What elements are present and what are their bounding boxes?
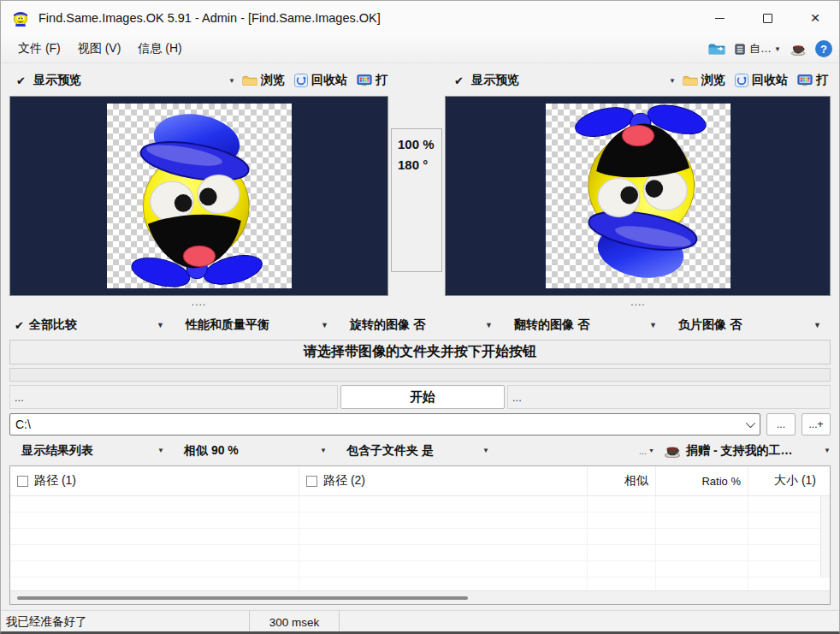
- compare-options-row: ✔ 全部比较 ▼ 性能和质量平衡 ▼ 旋转的图像 否 ▼ 翻转的图像 否 ▼ 负…: [1, 313, 839, 340]
- chevron-down-icon: [746, 418, 755, 428]
- table-row: [10, 513, 830, 529]
- more-options-dropdown[interactable]: ... ▼: [639, 446, 654, 456]
- add-folder-button[interactable]: ...+: [802, 413, 831, 436]
- minimize-button[interactable]: [695, 1, 743, 35]
- right-preview-toolbar: ✔ 显示预览 ▼ 浏览 回收站 打: [447, 68, 831, 92]
- table-row: [10, 529, 830, 545]
- maximize-icon: [763, 14, 772, 23]
- scrollbar-thumb[interactable]: [17, 596, 468, 600]
- table-body: [10, 496, 830, 590]
- header-ratio[interactable]: Ratio %: [656, 466, 748, 495]
- app-window: Find.Same.Images.OK 5.91 - Admin - [Find…: [0, 0, 840, 634]
- status-bar: 我已经准备好了 300 msek: [1, 610, 839, 633]
- browse-button-left[interactable]: 浏览: [240, 71, 287, 90]
- check-icon: ✔: [16, 74, 26, 87]
- table-row: [10, 496, 830, 513]
- chevron-down-icon: ▼: [774, 45, 781, 53]
- select-all-checkbox-1[interactable]: [17, 476, 28, 487]
- result-options-row: 显示结果列表 ▼ 相似 90 % ▼ 包含子文件夹 是 ▼ ... ▼ 捐赠 -…: [1, 436, 839, 464]
- chevron-down-icon: ▼: [482, 447, 489, 454]
- right-preview-image: [546, 104, 731, 288]
- header-size[interactable]: 大小 (1): [748, 466, 830, 495]
- table-row: [10, 578, 830, 590]
- header-path1[interactable]: 路径 (1): [10, 466, 299, 495]
- right-path-field: ...: [507, 385, 831, 409]
- menu-bar: 文件 (F) 视图 (V) 信息 (H) 自… ▼ ?: [1, 35, 839, 63]
- zoom-rotation-box: 100 % 180 °: [391, 128, 442, 272]
- check-icon: ✔: [454, 74, 464, 87]
- smiley-image: [107, 104, 292, 288]
- header-similar[interactable]: 相似: [588, 466, 656, 495]
- recycle-bin-button-right[interactable]: 回收站: [732, 71, 790, 90]
- compare-all-dropdown[interactable]: ✔ 全部比较 ▼: [9, 315, 172, 336]
- close-icon: ×: [810, 9, 819, 27]
- left-preview-caption: ....: [9, 296, 388, 313]
- window-controls: ×: [695, 1, 839, 35]
- rotation-value: 180 °: [398, 155, 441, 175]
- similarity-dropdown[interactable]: 相似 90 % ▼: [172, 443, 334, 459]
- left-path-field: ...: [9, 385, 338, 409]
- elapsed-time: 300 msek: [250, 611, 340, 633]
- open-folder-button[interactable]: [708, 42, 725, 56]
- left-preview-toolbar: ✔ 显示预览 ▼ 浏览 回收站 打: [9, 68, 390, 92]
- folder-icon: [683, 74, 698, 87]
- zoom-value: 100 %: [398, 134, 441, 155]
- smiley-image-rotated: [546, 104, 731, 288]
- chevron-down-icon: ▼: [648, 447, 654, 453]
- quality-balance-dropdown[interactable]: 性能和质量平衡 ▼: [174, 315, 336, 336]
- folder-teal-icon: [708, 42, 725, 56]
- monitor-icon: [357, 74, 372, 87]
- flipped-images-dropdown[interactable]: 翻转的图像 否 ▼: [502, 315, 665, 336]
- chevron-down-icon: ▼: [320, 447, 327, 454]
- chevron-down-icon[interactable]: ▼: [669, 77, 676, 85]
- status-message: 请选择带图像的文件夹并按下开始按钮: [9, 340, 831, 364]
- menu-file[interactable]: 文件 (F): [9, 38, 69, 60]
- menu-bar-right: 自… ▼ ?: [708, 40, 832, 57]
- vertical-scrollbar[interactable]: [820, 496, 830, 577]
- open-button-right[interactable]: 打: [795, 71, 831, 90]
- menu-info[interactable]: 信息 (H): [129, 38, 190, 60]
- coffee-icon: [663, 443, 682, 458]
- table-header-row: 路径 (1) 路径 (2) 相似 Ratio % 大小 (1): [10, 466, 830, 496]
- monitor-icon: [797, 74, 813, 87]
- rotated-images-dropdown[interactable]: 旋转的图像 否 ▼: [338, 315, 500, 336]
- menu-view[interactable]: 视图 (V): [69, 38, 130, 60]
- subfolders-dropdown[interactable]: 包含子文件夹 是 ▼: [334, 443, 497, 459]
- results-table: 路径 (1) 路径 (2) 相似 Ratio % 大小 (1): [9, 465, 831, 605]
- folder-combobox[interactable]: C:\: [9, 413, 760, 436]
- check-icon: ✔: [15, 319, 24, 332]
- chevron-down-icon: ▼: [649, 321, 657, 329]
- table-row: [10, 545, 830, 561]
- left-preview-panel[interactable]: [9, 96, 388, 296]
- donate-dropdown[interactable]: 捐赠 - 支持我的工… ▼: [663, 443, 831, 459]
- chevron-down-icon[interactable]: ▼: [228, 77, 235, 85]
- recycle-bin-button-left[interactable]: 回收站: [292, 71, 350, 90]
- list-icon: [734, 43, 747, 56]
- table-row: [10, 561, 830, 578]
- select-all-checkbox-2[interactable]: [306, 476, 317, 487]
- help-button[interactable]: ?: [815, 40, 832, 57]
- open-button-left[interactable]: 打: [354, 71, 390, 90]
- negative-images-dropdown[interactable]: 负片图像 否 ▼: [666, 315, 829, 336]
- maximize-button[interactable]: [743, 1, 791, 35]
- minimize-icon: [715, 18, 725, 19]
- auto-dropdown[interactable]: 自… ▼: [734, 41, 781, 56]
- coffee-button[interactable]: [790, 42, 807, 56]
- preview-caption-row: .... ....: [1, 296, 839, 313]
- show-preview-toggle-right[interactable]: 显示预览: [471, 73, 519, 88]
- show-preview-toggle-left[interactable]: 显示预览: [33, 73, 81, 88]
- left-preview-image: [107, 104, 292, 288]
- close-button[interactable]: ×: [791, 1, 839, 35]
- show-results-dropdown[interactable]: 显示结果列表 ▼: [9, 443, 172, 459]
- app-icon: [11, 9, 30, 27]
- header-path2[interactable]: 路径 (2): [299, 466, 588, 495]
- browse-button-right[interactable]: 浏览: [680, 71, 728, 90]
- recycle-icon: [294, 74, 308, 87]
- chevron-down-icon: ▼: [824, 447, 831, 454]
- horizontal-scrollbar[interactable]: [10, 590, 830, 604]
- start-row: ... 开始 ...: [9, 385, 831, 409]
- browse-folder-button[interactable]: ...: [766, 413, 796, 436]
- right-preview-panel[interactable]: [445, 96, 831, 296]
- coffee-icon: [790, 42, 807, 56]
- start-button[interactable]: 开始: [340, 385, 505, 409]
